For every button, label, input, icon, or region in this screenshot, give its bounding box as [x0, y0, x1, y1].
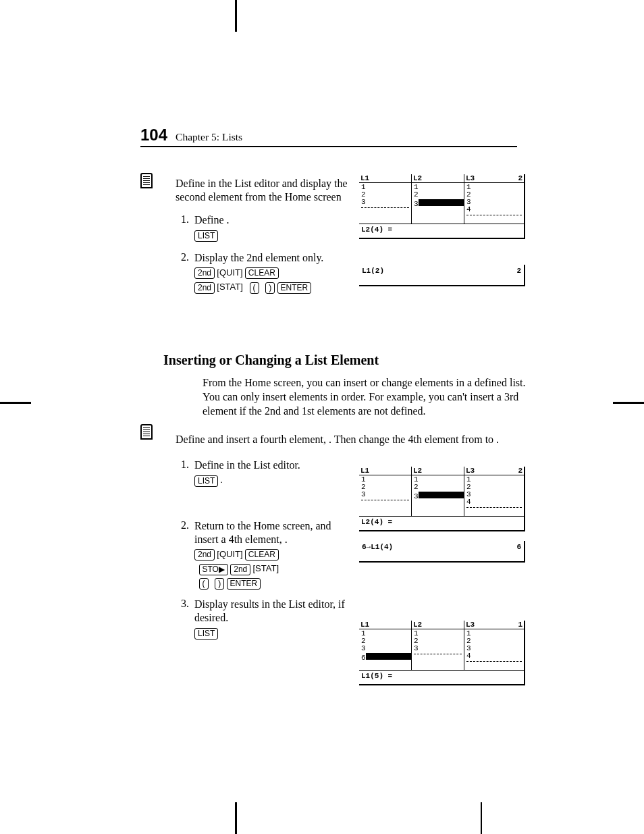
chapter-title: Chapter 5: Lists	[176, 131, 242, 143]
screen-cell: 1 2 3	[361, 475, 366, 498]
key-list: LIST	[194, 628, 218, 640]
step-text: Define in the List editor.	[194, 459, 300, 472]
example-icon	[140, 173, 153, 188]
screen-status: L2(4) =	[359, 516, 524, 528]
key-quit: [QUIT]	[217, 549, 242, 559]
calc-screen-home: 6→L1(4) 6	[359, 541, 525, 563]
step-text: Display the 2nd element only.	[194, 251, 323, 265]
key-2nd: 2nd	[230, 564, 250, 575]
example2-intro: Define and insert a fourth element, . Th…	[176, 433, 500, 446]
step-number: 1.	[176, 459, 194, 487]
screen-col-header: L2	[412, 174, 464, 182]
page-header: 104 Chapter 5: Lists	[140, 126, 517, 147]
key-stat: [STAT]	[217, 282, 243, 292]
key-list: LIST	[194, 475, 218, 487]
key-enter: ENTER	[277, 282, 312, 294]
screen-cell: 1 2 3 4	[466, 183, 471, 213]
key-quit: [QUIT]	[217, 267, 242, 278]
screen-cell: 1 2 3	[414, 183, 419, 208]
key-rparen: )	[265, 282, 275, 294]
screen-col-num: 2	[516, 174, 524, 182]
step-text: Define .	[194, 213, 230, 227]
screen-expr: 6→L1(4)	[362, 543, 393, 558]
key-2nd: 2nd	[194, 282, 215, 294]
section-heading: Inserting or Changing a List Element	[163, 353, 517, 368]
key-clear: CLEAR	[245, 549, 279, 561]
step-text: Display results in the List editor, if d…	[194, 598, 346, 625]
calc-screen-list-editor: L1 L2 L3 1 1 2 3 6 1 2 3 1 2 3 4 L1(5) =	[359, 621, 525, 685]
screen-cell: 1 2 3	[414, 629, 419, 652]
key-lparen: (	[250, 282, 259, 294]
screen-col-header: L2	[412, 621, 464, 629]
key-enter: ENTER	[227, 578, 261, 590]
screen-cell: 1 2 3 6	[361, 629, 366, 662]
screen-col-header: L3	[464, 621, 516, 629]
screen-col-header: L1	[359, 174, 412, 182]
screen-cell: 1 2 3	[361, 183, 366, 206]
calc-screen-list-editor: L1 L2 L3 2 1 2 3 1 2 3 1 2 3 4 L2(4) =	[359, 174, 525, 239]
key-sto: STO▶	[199, 564, 228, 575]
step-number: 2.	[176, 251, 194, 294]
screen-cell: 1 2 3 4	[466, 629, 471, 660]
screen-result: 6	[516, 543, 521, 558]
screen-col-header: L3	[464, 467, 516, 475]
screen-col-num: 1	[516, 621, 524, 629]
page-number: 104	[140, 126, 167, 145]
step-number: 3.	[176, 598, 194, 640]
calc-screen-home: L1(2) 2	[359, 265, 525, 286]
screen-cell: 1 2 3	[414, 475, 419, 500]
key-2nd: 2nd	[194, 549, 215, 561]
step-text: Return to the Home screen, and insert a …	[194, 519, 346, 546]
screen-expr: L1(2)	[362, 267, 384, 282]
key-rparen: )	[215, 578, 224, 590]
screen-col-num: 2	[516, 467, 524, 475]
screen-col-header: L3	[464, 174, 516, 182]
screen-col-header: L1	[359, 621, 412, 629]
step-number: 1.	[176, 213, 194, 242]
section-body: From the Home screen, you can insert or …	[203, 376, 527, 418]
key-stat: [STAT]	[252, 563, 279, 573]
key-clear: CLEAR	[245, 267, 279, 279]
screen-col-header: L1	[359, 467, 412, 475]
example-icon	[140, 424, 153, 440]
key-lparen: (	[199, 578, 209, 590]
screen-cell: 1 2 3 4	[466, 475, 471, 506]
screen-col-header: L2	[412, 467, 464, 475]
step-after: .	[221, 475, 223, 485]
calc-screen-list-editor: L1 L2 L3 2 1 2 3 1 2 3 1 2 3 4 L2(4) =	[359, 467, 525, 531]
example1-intro: Define in the List editor and display th…	[176, 177, 358, 204]
screen-status: L1(5) =	[359, 670, 524, 682]
key-list: LIST	[194, 230, 218, 242]
screen-result: 2	[516, 267, 521, 282]
step-number: 2.	[176, 519, 194, 590]
screen-status: L2(4) =	[359, 224, 524, 236]
key-2nd: 2nd	[194, 267, 215, 279]
